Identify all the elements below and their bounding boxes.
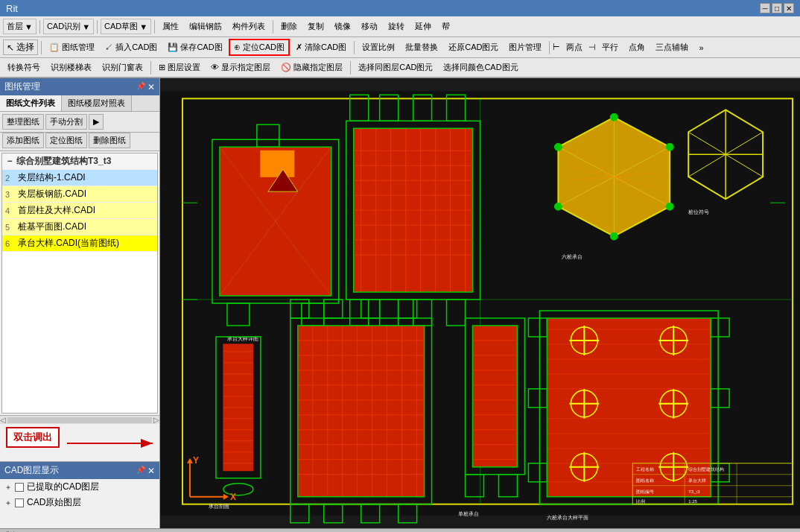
cad-pin-icon[interactable]: 📌 <box>136 466 145 476</box>
cad-close-icon[interactable]: ✕ <box>147 466 155 476</box>
canvas-area[interactable]: 承台大样详图 <box>160 78 800 528</box>
select-btn[interactable]: ↖ 选择 <box>3 39 38 55</box>
tree-item-label-5: 承台大样.CADI(当前图纸) <box>18 237 119 250</box>
file-tree[interactable]: － 综合别墅建筑结构T3_t3 2 夹层结构-1.CADI 3 夹层板钢筋.CA… <box>1 153 158 414</box>
copy-btn[interactable]: 复制 <box>303 19 328 34</box>
insert-cad-btn[interactable]: ↙ 插入CAD图 <box>101 39 162 55</box>
svg-text:承台大样: 承台大样 <box>688 478 706 483</box>
set-scale-btn[interactable]: 设置比例 <box>358 39 399 55</box>
rotate-btn[interactable]: 旋转 <box>384 19 409 34</box>
svg-text:比例: 比例 <box>636 499 645 504</box>
extend-btn[interactable]: 延伸 <box>410 19 436 34</box>
more-btn[interactable]: » <box>694 41 708 54</box>
locate-cad-btn[interactable]: ⊕ 定位CAD图 <box>229 39 290 56</box>
toolbar-row2: ↖ 选择 📋 图纸管理 ↙ 插入CAD图 💾 保存CAD图 ⊕ 定位CAD图 ✗… <box>0 37 800 58</box>
svg-rect-107 <box>473 326 518 467</box>
expand-btn[interactable]: ▶ <box>89 114 104 130</box>
select-same-color-btn[interactable]: 选择同颜色CAD图元 <box>439 60 522 75</box>
insert-icon: ↙ <box>105 42 113 51</box>
panel-controls: 📌 ✕ <box>136 82 155 92</box>
hide-layer-btn[interactable]: 🚫 隐藏指定图层 <box>276 60 347 75</box>
locate-btn[interactable]: 定位图纸 <box>45 133 87 148</box>
restore-cad-btn[interactable]: 还原CAD图元 <box>444 39 503 55</box>
layer-name-1: 已提取的CAD图层 <box>27 481 99 493</box>
floor-dropdown[interactable]: 首层 ▼ <box>3 19 36 34</box>
svg-point-52 <box>666 203 673 210</box>
scroll-track[interactable] <box>7 417 152 423</box>
checkbox-1[interactable] <box>15 483 24 492</box>
svg-text:承台剖面: 承台剖面 <box>209 504 229 509</box>
layer-settings-icon: ⊞ <box>159 63 165 72</box>
three-point-btn[interactable]: 三点辅轴 <box>651 39 693 55</box>
tab-floor-map[interactable]: 图纸楼层对照表 <box>62 95 132 111</box>
delete-btn[interactable]: 删除 <box>276 19 302 34</box>
panel-close-icon[interactable]: ✕ <box>147 82 155 92</box>
maximize-btn[interactable]: □ <box>772 3 782 13</box>
tab-file-list[interactable]: 图纸文件列表 <box>0 95 62 111</box>
svg-point-55 <box>554 143 562 151</box>
attribute-btn[interactable]: 属性 <box>158 19 183 34</box>
cad-layer-item-1[interactable]: ＋ 已提取的CAD图层 <box>0 479 159 495</box>
drawing-mgr-btn[interactable]: 📋 图纸管理 <box>45 39 99 55</box>
manual-split-btn[interactable]: 手动分割 <box>45 114 87 130</box>
cad-drawing-dropdown[interactable]: CAD草图 ▼ <box>101 19 151 34</box>
svg-text:工程名称: 工程名称 <box>636 467 654 472</box>
image-mgr-btn[interactable]: 图片管理 <box>504 39 546 55</box>
tree-scrollbar[interactable]: ◁ ▷ <box>0 415 159 424</box>
sep3 <box>154 20 155 34</box>
tree-item-4[interactable]: 5 桩基平面图.CADI <box>2 219 157 235</box>
edit-rebar-btn[interactable]: 编辑钢筋 <box>185 19 226 34</box>
save-cad-btn[interactable]: 💾 保存CAD图 <box>163 39 226 55</box>
close-btn[interactable]: ✕ <box>784 3 794 13</box>
svg-text:图纸编号: 图纸编号 <box>636 489 654 494</box>
toolbar-row1: 首层 ▼ CAD识别 ▼ CAD草图 ▼ 属性 编辑钢筋 构件列表 删除 复制 … <box>0 16 800 37</box>
sep4 <box>273 20 273 34</box>
pin-icon[interactable]: 📌 <box>136 82 145 92</box>
window-controls: ─ □ ✕ <box>760 3 794 13</box>
clear-cad-btn[interactable]: ✗ 清除CAD图 <box>291 39 351 55</box>
help-btn[interactable]: 帮 <box>437 19 454 34</box>
organize-btn[interactable]: 整理图纸 <box>2 114 44 130</box>
tree-root-label: 综合别墅建筑结构T3_t3 <box>16 155 111 168</box>
add-btn[interactable]: 添加图纸 <box>2 133 44 148</box>
svg-point-54 <box>554 203 562 210</box>
mirror-btn[interactable]: 镜像 <box>330 19 355 34</box>
tree-item-label-1: 夹层结构-1.CADI <box>18 171 86 184</box>
select-icon: ↖ <box>7 42 14 53</box>
svg-rect-11 <box>261 151 294 177</box>
show-layer-btn[interactable]: 👁 显示指定图层 <box>206 60 275 75</box>
svg-text:六桩承台: 六桩承台 <box>562 254 582 259</box>
tree-root[interactable]: － 综合别墅建筑结构T3_t3 <box>2 153 157 170</box>
layer-settings-btn[interactable]: ⊞ 图层设置 <box>154 60 205 75</box>
layer-name-2: CAD原始图层 <box>27 496 81 509</box>
delete-drawing-btn[interactable]: 删除图纸 <box>89 133 130 148</box>
tree-item-3[interactable]: 4 首层柱及大样.CADI <box>2 203 157 219</box>
point-angle-btn[interactable]: 点角 <box>624 39 650 55</box>
svg-text:T3_t3: T3_t3 <box>688 490 700 494</box>
batch-replace-btn[interactable]: 批量替换 <box>401 39 442 55</box>
identify-stair-btn[interactable]: 识别楼梯表 <box>46 60 96 75</box>
locate-icon: ⊕ <box>234 42 241 51</box>
two-point-btn[interactable]: 两点 <box>562 39 587 55</box>
move-btn[interactable]: 移动 <box>357 19 382 34</box>
component-list-btn[interactable]: 构件列表 <box>228 19 270 34</box>
cad-panel-header: CAD图层显示 📌 ✕ <box>0 462 159 479</box>
minimize-btn[interactable]: ─ <box>760 3 770 13</box>
panel-action-bar: 整理图纸 手动分割 ▶ <box>0 112 159 133</box>
identify-door-window-btn[interactable]: 识别门窗表 <box>98 60 147 75</box>
convert-symbol-btn[interactable]: 转换符号 <box>3 60 45 75</box>
tree-item-5[interactable]: 6 承台大样.CADI(当前图纸) <box>2 235 157 252</box>
sep6 <box>354 41 355 54</box>
checkbox-2[interactable] <box>15 498 24 507</box>
select-same-layer-btn[interactable]: 选择同图层CAD图元 <box>354 60 437 75</box>
tree-item-1[interactable]: 2 夹层结构-1.CADI <box>2 170 157 186</box>
svg-text:综合别墅建筑结构: 综合别墅建筑结构 <box>688 466 724 472</box>
sep2 <box>97 20 98 34</box>
sep5 <box>41 41 42 54</box>
tree-item-2[interactable]: 3 夹层板钢筋.CADI <box>2 186 157 203</box>
parallel-btn[interactable]: 平行 <box>597 39 623 55</box>
svg-text:Y: Y <box>193 455 199 466</box>
cad-layer-item-2[interactable]: ＋ CAD原始图层 <box>0 495 159 510</box>
cad-identify-dropdown[interactable]: CAD识别 ▼ <box>43 19 94 34</box>
tree-expand-icon: － <box>5 155 14 168</box>
